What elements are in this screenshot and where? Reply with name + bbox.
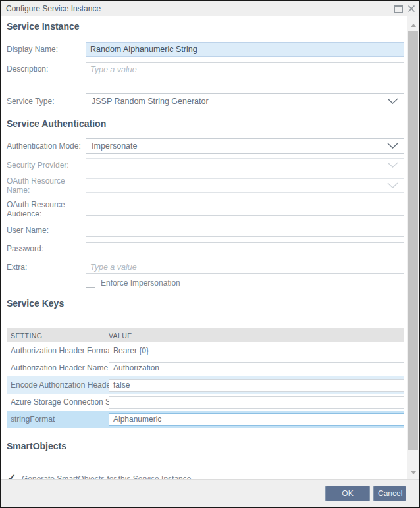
setting-name: Authorization Header Name	[11, 363, 109, 372]
section-smartobjects: SmartObjects	[7, 441, 404, 451]
oauth-resource-audience-row: OAuth Resource Audience:	[7, 200, 404, 218]
setting-name: Azure Storage Connection String	[11, 397, 109, 407]
column-header-setting: SETTING	[11, 332, 109, 340]
generate-smartobjects-checkbox[interactable]	[7, 474, 16, 479]
user-name-label: User Name:	[7, 226, 86, 235]
setting-name: stringFormat	[11, 415, 109, 424]
authentication-mode-dropdown[interactable]: Impersonate	[86, 138, 404, 154]
dialog-content: Service Instance Display Name: Descripti…	[1, 16, 407, 479]
chevron-down-icon	[387, 141, 398, 151]
display-name-label: Display Name:	[7, 45, 86, 54]
security-provider-dropdown	[86, 158, 404, 172]
authentication-mode-value: Impersonate	[92, 141, 387, 151]
extra-input[interactable]	[86, 261, 404, 274]
chevron-down-icon	[387, 181, 398, 190]
table-row[interactable]: Authorization Header Format	[7, 342, 404, 359]
oauth-resource-audience-label: OAuth Resource Audience:	[7, 200, 86, 218]
configure-service-instance-dialog: Configure Service Instance Service Insta…	[0, 0, 420, 508]
column-header-value: VALUE	[109, 332, 404, 340]
table-row[interactable]: Encode Authorization Header	[7, 376, 404, 394]
scrollbar-down-icon[interactable]	[407, 468, 419, 477]
service-keys-table-header: SETTING VALUE	[7, 328, 404, 342]
password-row: Password:	[7, 242, 404, 255]
description-label: Description:	[7, 62, 86, 74]
authentication-mode-label: Authentication Mode:	[7, 141, 86, 151]
oauth-resource-audience-input[interactable]	[86, 203, 404, 216]
vertical-scrollbar[interactable]	[407, 16, 419, 479]
password-label: Password:	[7, 244, 86, 253]
service-keys-table: SETTING VALUE Authorization Header Forma…	[7, 328, 404, 428]
display-name-input[interactable]	[86, 42, 404, 57]
setting-value-input[interactable]	[109, 362, 404, 374]
window-controls	[394, 5, 415, 13]
setting-value-input[interactable]	[109, 379, 404, 392]
generate-smartobjects-row: Generate SmartObjects for this Service I…	[7, 474, 404, 479]
user-name-row: User Name:	[7, 224, 404, 237]
generate-smartobjects-label: Generate SmartObjects for this Service I…	[22, 474, 191, 480]
setting-name: Authorization Header Format	[11, 346, 109, 355]
cancel-button[interactable]: Cancel	[373, 486, 406, 501]
close-icon[interactable]	[407, 5, 415, 13]
table-row[interactable]: stringFormat	[7, 411, 404, 428]
setting-value-input[interactable]	[109, 396, 404, 409]
enforce-impersonation-checkbox[interactable]	[86, 278, 95, 288]
extra-label: Extra:	[7, 263, 86, 272]
scrollbar-thumb[interactable]	[408, 31, 418, 450]
dialog-titlebar: Configure Service Instance	[1, 1, 419, 16]
authentication-mode-row: Authentication Mode: Impersonate	[7, 138, 404, 154]
service-type-row: Service Type: JSSP Random String Generat…	[7, 93, 404, 109]
password-input[interactable]	[86, 242, 404, 255]
oauth-resource-name-label: OAuth Resource Name:	[7, 176, 86, 195]
security-provider-row: Security Provider:	[7, 158, 404, 172]
service-type-value: JSSP Random String Generator	[92, 97, 387, 106]
oauth-resource-name-dropdown	[86, 178, 404, 193]
security-provider-label: Security Provider:	[7, 161, 86, 170]
table-row[interactable]: Azure Storage Connection String	[7, 394, 404, 411]
enforce-impersonation-row: Enforce Impersonation	[86, 278, 404, 288]
section-service-authentication: Service Authentication	[7, 118, 404, 129]
dialog-title: Configure Service Instance	[6, 4, 394, 13]
service-type-label: Service Type:	[7, 97, 86, 106]
extra-row: Extra:	[7, 261, 404, 274]
service-type-dropdown[interactable]: JSSP Random String Generator	[86, 93, 404, 109]
dialog-footer: OK Cancel	[1, 479, 419, 507]
table-row[interactable]: Authorization Header Name	[7, 359, 404, 376]
section-service-instance: Service Instance	[7, 21, 404, 32]
oauth-resource-name-row: OAuth Resource Name:	[7, 176, 404, 195]
chevron-down-icon	[387, 161, 398, 170]
description-row: Description:	[7, 62, 404, 88]
description-input[interactable]	[86, 62, 404, 88]
setting-value-input[interactable]	[109, 345, 404, 357]
setting-value-input[interactable]	[109, 413, 404, 426]
chevron-down-icon	[387, 97, 398, 106]
enforce-impersonation-label: Enforce Impersonation	[101, 278, 180, 288]
user-name-input[interactable]	[86, 224, 404, 237]
setting-name: Encode Authorization Header	[11, 380, 109, 390]
display-name-row: Display Name:	[7, 42, 404, 57]
maximize-icon[interactable]	[394, 5, 403, 13]
section-service-keys: Service Keys	[7, 298, 404, 309]
scrollbar-up-icon[interactable]	[407, 20, 419, 30]
ok-button[interactable]: OK	[325, 486, 370, 501]
